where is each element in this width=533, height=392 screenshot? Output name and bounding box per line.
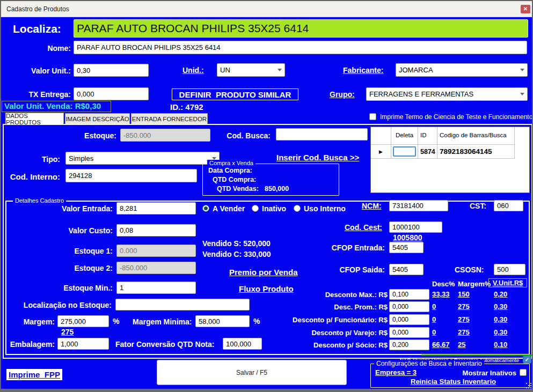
- imprime-fpp-link[interactable]: Imprime FPP: [9, 370, 60, 379]
- row-selector-icon: ▶: [379, 149, 383, 154]
- app-window: Cadastro de Produtos ✕ Localiza: Nome: V…: [0, 0, 533, 392]
- nao-atualiza-checkbox[interactable]: ✓: [523, 356, 531, 364]
- salvar-button[interactable]: Salvar / F5: [157, 360, 347, 385]
- fator-conversao-input[interactable]: [223, 338, 262, 350]
- desc-prom-vunit-link[interactable]: 0,30: [494, 302, 507, 310]
- radio-a-vender[interactable]: [202, 205, 209, 212]
- desconto-max-vunit-link[interactable]: 0,20: [494, 290, 507, 298]
- margem-percent-label: %: [113, 317, 119, 326]
- grid-row-selector[interactable]: ▶: [371, 145, 391, 159]
- desconto-varejo-vunit-link[interactable]: 0,30: [494, 328, 507, 336]
- grid-cell-deleta[interactable]: [391, 145, 418, 159]
- radio-inativo[interactable]: [252, 205, 259, 212]
- detalhes-cadastro-group: Detalhes Cadastro: [5, 201, 530, 355]
- localizacao-estoque-input[interactable]: [115, 299, 250, 310]
- cod-interno-label: Cod. Interno:: [6, 172, 60, 181]
- unid-label[interactable]: Unid.:: [182, 66, 204, 75]
- grid-header-id[interactable]: ID: [418, 127, 437, 145]
- desconto-funcionario-input[interactable]: [389, 314, 429, 325]
- desconto-max-input[interactable]: [389, 289, 429, 300]
- valor-unit-venda-label: Valor Unit. Venda: R$0,30: [2, 101, 111, 112]
- cod-busca-input[interactable]: [276, 128, 368, 140]
- ncm-label[interactable]: NCM:: [362, 202, 382, 210]
- cod-cest-suggestion-link[interactable]: 1005800: [393, 233, 422, 242]
- valor-custo-label: Valor Custo:: [5, 226, 113, 235]
- embalagem-input[interactable]: [57, 338, 109, 350]
- desconto-funcionario-vunit-link[interactable]: 0,30: [494, 315, 507, 323]
- cod-cest-label[interactable]: Cod. Cest:: [345, 223, 382, 232]
- margem-percent-header: Margem%: [458, 280, 491, 288]
- close-button[interactable]: ✕: [521, 5, 530, 13]
- empresa-link[interactable]: Empresa = 3: [375, 368, 417, 376]
- grid-header-selector: [371, 127, 391, 145]
- desconto-socio-input[interactable]: [389, 339, 429, 350]
- detalhes-cadastro-title: Detalhes Cadastro: [13, 197, 66, 204]
- desconto-varejo-margem-link[interactable]: 275: [458, 328, 470, 336]
- margem-input[interactable]: [57, 315, 109, 327]
- desconto-max-desc-link[interactable]: 33,33: [432, 290, 450, 298]
- premio-por-venda-link[interactable]: Premio por Venda: [229, 268, 298, 277]
- cfop-entrada-input[interactable]: [389, 242, 424, 253]
- deleta-checkbox-cell[interactable]: [393, 146, 416, 157]
- config-busca-title: Configurações de Busca e Inventario: [374, 360, 484, 367]
- compra-venda-title: Compra x Venda: [207, 160, 255, 166]
- cst-input[interactable]: [494, 200, 523, 211]
- desconto-max-margem-link[interactable]: 150: [458, 290, 470, 298]
- margem-link[interactable]: 275: [61, 328, 74, 336]
- grupo-label[interactable]: Grupo:: [330, 90, 355, 99]
- tipo-select[interactable]: Simples: [65, 152, 220, 165]
- nome-input[interactable]: [74, 41, 527, 54]
- desconto-max-label: Desconto Max.: R$: [291, 291, 388, 299]
- imprime-termo-checkbox[interactable]: [369, 113, 376, 120]
- grid-header-deleta[interactable]: Deleta: [391, 127, 418, 145]
- valor-unit-input[interactable]: [74, 64, 149, 77]
- fluxo-produto-link[interactable]: Fluxo Produto: [239, 284, 294, 293]
- desc-prom-margem-link[interactable]: 275: [458, 302, 470, 310]
- cst-label: CST:: [470, 202, 486, 210]
- margem-minima-input[interactable]: [195, 315, 250, 327]
- fabricante-select[interactable]: JOMARCA: [396, 63, 528, 77]
- csosn-input[interactable]: [494, 264, 525, 275]
- inserir-cod-busca-link[interactable]: Inserir Cod. Busca >>: [276, 153, 359, 162]
- desconto-socio-desc-link[interactable]: 66,67: [432, 341, 450, 349]
- estoque-min-input[interactable]: [116, 282, 196, 294]
- cod-cest-input[interactable]: [389, 221, 442, 233]
- desc-prom-label: Desc. Prom.: R$: [291, 303, 388, 311]
- grid-header-codigo[interactable]: Codigo de Barras/Busca: [437, 127, 515, 145]
- fabricante-label[interactable]: Fabricante:: [343, 66, 383, 75]
- desc-percent-header: Desc%: [432, 280, 455, 288]
- valor-custo-input[interactable]: [116, 224, 196, 236]
- cod-interno-input[interactable]: [65, 169, 197, 182]
- desc-prom-input[interactable]: [389, 301, 429, 312]
- desconto-funcionario-margem-link[interactable]: 275: [458, 315, 470, 323]
- reinicia-status-link[interactable]: Reinicia Status Inventario: [411, 378, 496, 386]
- imprime-fpp-chip: Imprime FPP: [6, 369, 62, 380]
- mostrar-inativos-checkbox[interactable]: [520, 369, 527, 376]
- grid-cell-codigo[interactable]: 7892183064145: [437, 145, 515, 159]
- estoque-label: Estoque:: [47, 131, 116, 140]
- vunit-header: V.Unit.R$: [488, 278, 527, 287]
- unid-select[interactable]: UN: [217, 63, 285, 77]
- resize-grip[interactable]: [525, 382, 532, 389]
- desconto-socio-margem-link[interactable]: 25: [458, 341, 465, 349]
- tx-entrega-input[interactable]: [74, 87, 149, 100]
- cfop-saida-input[interactable]: [389, 264, 424, 275]
- radio-uso-interno[interactable]: [294, 205, 301, 212]
- check-icon: ✓: [525, 357, 529, 363]
- desconto-varejo-desc-link[interactable]: 0: [432, 328, 436, 336]
- estoque2-label: Estoque 2:: [5, 264, 113, 272]
- tab-imagem-descricao[interactable]: IMAGEM DESCRIÇÃO: [65, 113, 130, 124]
- definir-produto-similar-button[interactable]: DEFINIR PRODUTO SIMILAR: [172, 88, 298, 100]
- desconto-socio-vunit-link[interactable]: 0,10: [494, 341, 507, 349]
- tab-dados-produtos[interactable]: DADOS PRODUTOS: [5, 113, 64, 124]
- grupo-select[interactable]: FERRAGENS E FERRAMENTAS: [366, 87, 528, 101]
- desconto-funcionario-desc-link[interactable]: 0: [432, 315, 436, 323]
- valor-entrada-input[interactable]: [116, 202, 196, 215]
- tab-entrada-fornecedor[interactable]: ENTRADA FORNECEDOR: [131, 113, 208, 124]
- desc-prom-desc-link[interactable]: 0: [432, 302, 436, 310]
- grid-cell-id[interactable]: 5874: [418, 145, 437, 159]
- ncm-input[interactable]: [389, 200, 448, 211]
- titlebar: Cadastro de Produtos ✕: [1, 1, 532, 17]
- localiza-input[interactable]: [74, 19, 528, 38]
- desconto-varejo-input[interactable]: [389, 327, 429, 338]
